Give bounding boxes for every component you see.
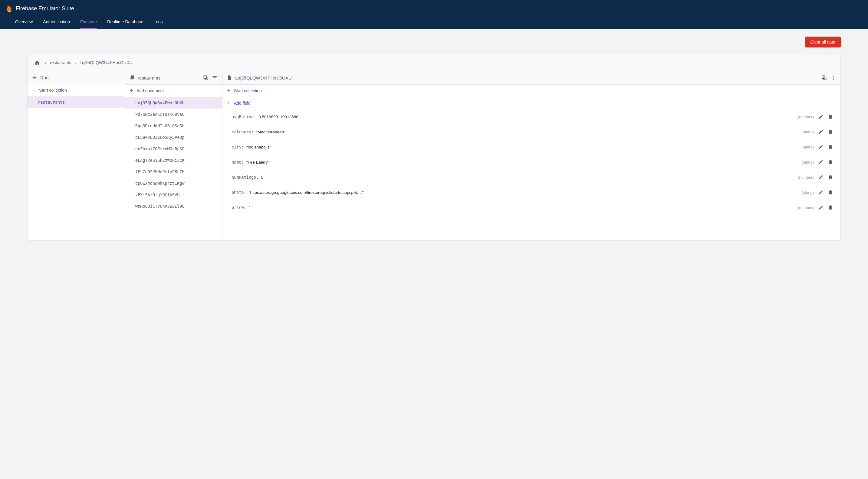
tab-realtime-database[interactable]: Realtime Database xyxy=(107,15,143,29)
field-row: city:"Indianapolis"(string) xyxy=(227,139,836,155)
breadcrumb-item[interactable]: restaurants xyxy=(50,60,71,65)
document-item[interactable]: wnRoGUiCTv6hRBWELl9Q xyxy=(125,201,222,212)
delete-icon[interactable] xyxy=(827,113,834,121)
field-value: 5 xyxy=(261,175,263,180)
column-fields: Lnj35QLQW3x4PHosOUXU + Start collection … xyxy=(222,71,840,240)
nav-tabs: OverviewAuthenticationFirestoreRealtime … xyxy=(6,15,862,29)
edit-icon[interactable] xyxy=(817,113,825,121)
collection-item[interactable]: restaurants xyxy=(28,97,125,108)
browser-columns: Root + Start collection restaurants rest… xyxy=(28,71,840,240)
column-documents-title: restaurants xyxy=(138,75,160,80)
field-key: photo: xyxy=(231,190,246,195)
field-type: (string) xyxy=(802,145,814,149)
document-item[interactable]: Pd7oNz2eXKxTQsKO9va6 xyxy=(125,109,222,120)
edit-icon[interactable] xyxy=(817,158,825,166)
field-key: avgRating: xyxy=(231,114,256,119)
more-vert-icon[interactable] xyxy=(830,75,836,81)
tab-logs[interactable]: Logs xyxy=(153,15,162,29)
edit-icon[interactable] xyxy=(817,128,825,136)
field-type: (string) xyxy=(802,130,814,134)
app-header: Firebase Emulator Suite OverviewAuthenti… xyxy=(0,0,868,29)
document-item[interactable]: fEcZoNSVMNoPefyPBLZH xyxy=(125,166,222,177)
field-row: avgRating:3.5816899119913588(number) xyxy=(227,109,836,124)
field-key: numRatings: xyxy=(231,175,258,180)
tab-authentication[interactable]: Authentication xyxy=(43,15,70,29)
start-collection-button[interactable]: + Start collection xyxy=(222,85,840,97)
add-field-label: Add field xyxy=(234,101,250,106)
field-type: (number) xyxy=(798,205,814,210)
start-collection-label: Start collection xyxy=(39,88,67,93)
document-item[interactable]: Lnj35QLQW3x4PHosOUXU xyxy=(125,97,222,109)
database-icon xyxy=(32,75,37,80)
field-type: (number) xyxy=(798,114,814,119)
edit-icon[interactable] xyxy=(817,143,825,151)
svg-point-6 xyxy=(833,79,834,80)
copy-icon[interactable] xyxy=(203,75,209,81)
breadcrumb: restaurantsLnj35QLQW3x4PHosOUXU xyxy=(28,55,840,71)
delete-icon[interactable] xyxy=(827,173,834,181)
field-value: 3.5816899119913588 xyxy=(258,114,298,119)
field-value: 1 xyxy=(249,205,251,210)
collection-list: restaurants xyxy=(28,97,125,240)
document-item[interactable]: Rqq3DcuUdHTsOBfOSd5h xyxy=(125,120,222,132)
document-item[interactable]: qpOwXmohoMhKpnzt1Kgw xyxy=(125,177,222,189)
svg-point-5 xyxy=(833,77,834,78)
field-row: price:1(number) xyxy=(227,200,836,215)
filter-icon[interactable] xyxy=(212,75,218,81)
collection-icon xyxy=(129,75,135,80)
add-field-button[interactable]: + Add field xyxy=(222,97,840,109)
start-collection-button[interactable]: + Start collection xyxy=(28,84,125,97)
chevron-right-icon xyxy=(43,60,48,65)
delete-icon[interactable] xyxy=(827,189,834,196)
field-value: "Fire Eatery" xyxy=(246,160,269,165)
edit-icon[interactable] xyxy=(817,189,825,196)
delete-icon[interactable] xyxy=(827,204,834,211)
clear-all-data-button[interactable]: Clear all data xyxy=(805,37,841,47)
svg-point-4 xyxy=(833,76,834,76)
home-icon[interactable] xyxy=(34,60,40,66)
breadcrumb-item[interactable]: Lnj35QLQW3x4PHosOUXU xyxy=(80,60,132,65)
plus-icon: + xyxy=(227,89,231,93)
plus-icon: + xyxy=(129,89,133,93)
add-document-button[interactable]: + Add document xyxy=(125,85,222,97)
firebase-logo-icon xyxy=(6,4,13,13)
delete-icon[interactable] xyxy=(827,158,834,166)
page-toolbar: Clear all data xyxy=(0,29,868,47)
document-item[interactable]: eLAgYxeSS6k2zWORiLcK xyxy=(125,155,222,166)
column-root-title: Root xyxy=(40,75,50,80)
app-title: Firebase Emulator Suite xyxy=(16,5,74,12)
field-key: name: xyxy=(231,160,244,165)
add-document-label: Add document xyxy=(136,88,164,93)
edit-icon[interactable] xyxy=(817,173,825,181)
document-icon xyxy=(227,75,232,80)
document-list: Lnj35QLQW3x4PHosOUXUPd7oNz2eXKxTQsKO9va6… xyxy=(125,97,222,240)
field-value: "Indianapolis" xyxy=(246,145,271,149)
field-value: "Mediterranean" xyxy=(256,130,285,134)
chevron-right-icon xyxy=(73,60,78,65)
tab-firestore[interactable]: Firestore xyxy=(80,15,97,29)
field-row: photo:"https://storage.googleapis.com/fi… xyxy=(227,185,836,200)
delete-icon[interactable] xyxy=(827,143,834,151)
copy-icon[interactable] xyxy=(821,75,827,81)
delete-icon[interactable] xyxy=(827,128,834,136)
field-type: (string) xyxy=(802,160,814,165)
document-item[interactable]: dL5B4vLDZZubSRy5PeQp xyxy=(125,132,222,143)
field-value: "https://storage.googleapis.com/firestor… xyxy=(249,190,364,195)
document-item[interactable]: dnZokuiZOEmrnMOcBpSO xyxy=(125,143,222,155)
plus-icon: + xyxy=(227,101,231,105)
field-key: price: xyxy=(231,205,246,210)
column-documents: restaurants + Add document Lnj35QLQW3x4P… xyxy=(125,71,222,240)
field-type: (string) xyxy=(802,190,814,195)
field-type: (number) xyxy=(798,175,814,180)
field-row: category:"Mediterranean"(string) xyxy=(227,124,836,139)
column-root: Root + Start collection restaurants xyxy=(28,71,125,240)
firestore-browser-card: restaurantsLnj35QLQW3x4PHosOUXU Root + S… xyxy=(27,55,841,241)
tab-overview[interactable]: Overview xyxy=(15,15,33,29)
column-fields-title: Lnj35QLQW3x4PHosOUXU xyxy=(235,75,292,80)
field-list: avgRating:3.5816899119913588(number)cate… xyxy=(222,109,840,219)
plus-icon: + xyxy=(32,88,36,92)
edit-icon[interactable] xyxy=(817,204,825,211)
field-key: category: xyxy=(231,129,254,134)
field-row: name:"Fire Eatery"(string) xyxy=(227,155,836,170)
document-item[interactable]: vBXfFAzOfqYGCfbFVULl xyxy=(125,189,222,201)
